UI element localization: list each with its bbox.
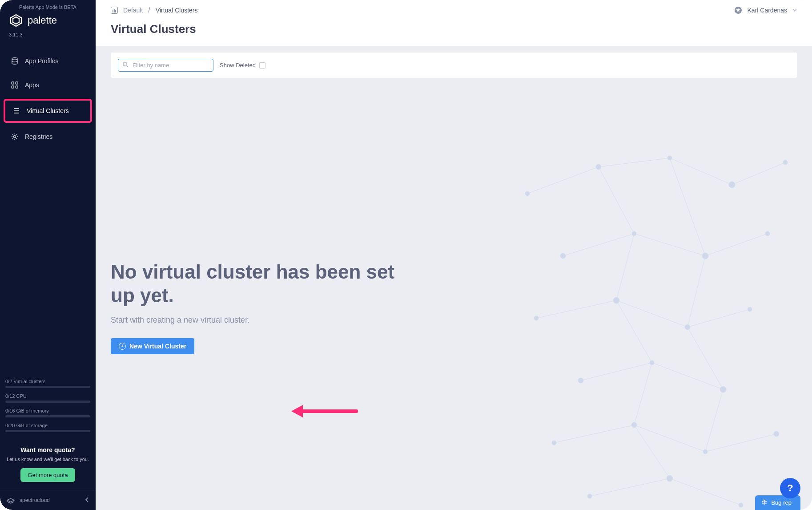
stat-virtual-clusters: 0/2 Virtual clusters xyxy=(5,379,90,384)
beta-badge: Palette App Mode is BETA xyxy=(0,0,96,12)
svg-point-49 xyxy=(534,316,539,320)
palette-logo-icon xyxy=(9,13,23,28)
svg-point-10 xyxy=(14,136,16,138)
svg-point-57 xyxy=(631,422,637,428)
empty-subtitle: Start with creating a new virtual cluste… xyxy=(111,316,404,325)
search-wrapper xyxy=(118,59,213,72)
sidebar-item-app-profiles[interactable]: App Profiles xyxy=(4,51,92,71)
sidebar-item-label: Registries xyxy=(25,133,52,140)
quota-subtitle: Let us know and we'll get back to you. xyxy=(6,456,89,463)
sidebar: Palette App Mode is BETA palette 3.11.3 … xyxy=(0,0,96,510)
show-deleted-label: Show Deleted xyxy=(220,62,256,69)
empty-state: No virtual cluster has been set up yet. … xyxy=(111,260,404,354)
chevron-left-icon[interactable] xyxy=(85,496,89,504)
svg-line-15 xyxy=(599,158,670,167)
stat-bar xyxy=(5,386,90,388)
stat-storage: 0/20 GiB of storage xyxy=(5,423,90,428)
sidebar-footer[interactable]: spectrocloud xyxy=(0,490,96,510)
svg-point-61 xyxy=(667,475,673,482)
stat-bar xyxy=(5,415,90,417)
svg-line-29 xyxy=(599,167,634,234)
sidebar-item-label: Apps xyxy=(25,81,39,89)
svg-line-33 xyxy=(616,300,652,363)
brand-name: palette xyxy=(28,15,57,26)
search-input[interactable] xyxy=(118,59,213,72)
svg-line-66 xyxy=(766,502,767,502)
brand-logo[interactable]: palette xyxy=(0,12,96,32)
gear-icon xyxy=(11,133,19,141)
stat-bar xyxy=(5,401,90,403)
sidebar-item-registries[interactable]: Registries xyxy=(4,126,92,147)
main-area: Default / Virtual Clusters Karl Cardenas… xyxy=(96,0,812,510)
svg-point-48 xyxy=(765,231,770,236)
get-quota-button[interactable]: Get more quota xyxy=(20,468,75,482)
project-icon[interactable] xyxy=(111,7,118,14)
svg-line-30 xyxy=(670,158,705,256)
version-label: 3.11.3 xyxy=(0,32,96,46)
svg-point-54 xyxy=(650,360,654,365)
bug-label: Bug rep xyxy=(771,499,792,506)
sidebar-item-label: App Profiles xyxy=(25,57,58,65)
breadcrumb: Default / Virtual Clusters Karl Cardenas xyxy=(111,6,797,14)
network-decoration xyxy=(501,140,812,510)
svg-rect-4 xyxy=(16,82,18,84)
svg-line-17 xyxy=(732,162,785,185)
question-icon: ? xyxy=(787,482,793,494)
breadcrumb-separator: / xyxy=(148,6,150,14)
button-label: New Virtual Cluster xyxy=(129,343,186,350)
list-icon xyxy=(12,107,20,115)
database-icon xyxy=(11,57,19,65)
sidebar-nav: App Profiles Apps Virtual Clusters Regis… xyxy=(0,46,96,151)
svg-point-41 xyxy=(596,164,601,170)
new-virtual-cluster-button[interactable]: + New Virtual Cluster xyxy=(111,338,194,354)
footer-brand: spectrocloud xyxy=(20,497,80,503)
svg-line-38 xyxy=(670,478,741,505)
stat-cpu: 0/12 CPU xyxy=(5,393,90,399)
svg-line-20 xyxy=(705,234,768,256)
svg-line-35 xyxy=(634,363,652,425)
svg-line-18 xyxy=(563,234,634,256)
help-button[interactable]: ? xyxy=(780,478,800,498)
svg-point-56 xyxy=(552,441,556,445)
svg-rect-3 xyxy=(12,82,14,84)
quota-title: Want more quota? xyxy=(6,446,89,453)
svg-line-26 xyxy=(554,425,634,443)
svg-line-37 xyxy=(590,478,670,496)
svg-point-58 xyxy=(703,449,707,454)
svg-line-32 xyxy=(687,256,705,327)
show-deleted-toggle[interactable]: Show Deleted xyxy=(220,62,265,69)
svg-rect-5 xyxy=(12,86,14,88)
page-title: Virtual Clusters xyxy=(111,22,797,36)
user-menu[interactable]: Karl Cardenas xyxy=(734,6,797,14)
chevron-down-icon xyxy=(792,7,797,13)
topbar: Default / Virtual Clusters Karl Cardenas… xyxy=(96,0,812,46)
svg-point-52 xyxy=(748,307,752,312)
svg-rect-6 xyxy=(16,86,18,88)
sidebar-item-apps[interactable]: Apps xyxy=(4,75,92,95)
svg-line-27 xyxy=(634,425,705,452)
content-area: No virtual cluster has been set up yet. … xyxy=(96,78,812,510)
plus-circle-icon: + xyxy=(119,343,126,350)
quota-cta-box: Want more quota? Let us know and we'll g… xyxy=(0,441,96,490)
star-icon xyxy=(734,6,742,14)
svg-point-40 xyxy=(525,191,530,196)
checkbox-icon[interactable] xyxy=(259,62,265,69)
apps-icon xyxy=(11,81,19,89)
breadcrumb-root[interactable]: Default xyxy=(123,7,143,14)
svg-line-28 xyxy=(705,434,776,452)
breadcrumb-current: Virtual Clusters xyxy=(156,7,198,14)
spectrocloud-logo-icon xyxy=(6,496,15,505)
stat-bar xyxy=(5,430,90,432)
user-name: Karl Cardenas xyxy=(748,7,788,14)
svg-line-19 xyxy=(634,234,705,256)
sidebar-item-virtual-clusters[interactable]: Virtual Clusters xyxy=(4,99,92,123)
svg-line-16 xyxy=(670,158,732,185)
svg-point-59 xyxy=(774,431,779,437)
svg-point-62 xyxy=(739,503,743,507)
svg-point-43 xyxy=(729,182,735,188)
svg-line-23 xyxy=(687,309,750,327)
svg-point-46 xyxy=(632,231,636,236)
svg-line-39 xyxy=(634,425,670,478)
empty-title: No virtual cluster has been set up yet. xyxy=(111,260,404,308)
stat-memory: 0/16 GiB of memory xyxy=(5,408,90,413)
